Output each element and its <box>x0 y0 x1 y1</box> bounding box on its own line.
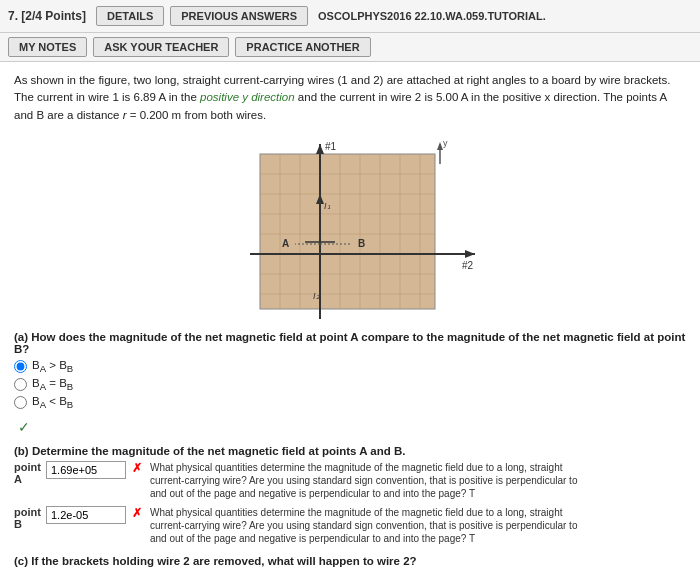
svg-text:y: y <box>443 138 448 148</box>
second-bar: MY NOTES ASK YOUR TEACHER PRACTICE ANOTH… <box>0 33 700 62</box>
svg-marker-19 <box>465 250 475 258</box>
part-a-option-1: BA > BB <box>14 359 686 374</box>
part-b-point-a-row: pointA ✗ What physical quantities determ… <box>14 461 686 500</box>
part-c-label: (c) If the brackets holding wire 2 are r… <box>14 555 686 567</box>
problem-text: As shown in the figure, two long, straig… <box>14 72 686 124</box>
highlight-y-direction: positive y direction <box>200 91 295 103</box>
practice-another-button[interactable]: PRACTICE ANOTHER <box>235 37 370 57</box>
part-b-point-b-x-icon[interactable]: ✗ <box>132 506 142 520</box>
details-button[interactable]: DETAILS <box>96 6 164 26</box>
my-notes-button[interactable]: MY NOTES <box>8 37 87 57</box>
part-b-point-a-x-icon[interactable]: ✗ <box>132 461 142 475</box>
figure-svg: #1 #2 y A B <box>220 134 480 319</box>
part-b: (b) Determine the magnitude of the net m… <box>14 445 686 545</box>
part-b-label: (b) Determine the magnitude of the net m… <box>14 445 686 457</box>
part-b-point-b-label: pointB <box>14 506 42 530</box>
wire1-label: #1 <box>325 141 337 152</box>
course-id: OSCOLPHYS2016 22.10.WA.059.TUTORIAL. <box>318 10 546 22</box>
part-a-label: (a) How does the magnitude of the net ma… <box>14 331 686 355</box>
part-b-point-a-label: pointA <box>14 461 42 485</box>
part-a-radio-3[interactable] <box>14 396 27 409</box>
svg-rect-0 <box>260 154 435 309</box>
content-area: As shown in the figure, two long, straig… <box>0 62 700 569</box>
part-a-option-2: BA = BB <box>14 377 686 392</box>
ask-teacher-button[interactable]: ASK YOUR TEACHER <box>93 37 229 57</box>
part-b-point-b-hint: What physical quantities determine the m… <box>150 506 590 545</box>
page-wrapper: 7. [2/4 Points] DETAILS PREVIOUS ANSWERS… <box>0 0 700 569</box>
svg-text:I₁: I₁ <box>324 201 331 211</box>
figure-container: #1 #2 y A B <box>14 134 686 319</box>
part-a-radio-group: BA > BB BA = BB BA < BB <box>14 359 686 411</box>
part-a-option-3: BA < BB <box>14 395 686 410</box>
wire2-label: #2 <box>462 260 474 271</box>
part-a: (a) How does the magnitude of the net ma… <box>14 331 686 435</box>
part-b-point-a-hint: What physical quantities determine the m… <box>150 461 590 500</box>
svg-marker-17 <box>316 144 324 154</box>
svg-text:B: B <box>358 238 365 249</box>
question-label: 7. [2/4 Points] <box>8 9 86 23</box>
part-b-point-b-input[interactable] <box>46 506 126 524</box>
part-a-label-3[interactable]: BA < BB <box>32 395 73 410</box>
svg-text:A: A <box>282 238 289 249</box>
part-a-radio-2[interactable] <box>14 378 27 391</box>
part-b-point-a-input[interactable] <box>46 461 126 479</box>
part-a-label-2[interactable]: BA = BB <box>32 377 73 392</box>
part-c: (c) If the brackets holding wire 2 are r… <box>14 555 686 569</box>
part-a-radio-1[interactable] <box>14 360 27 373</box>
top-bar: 7. [2/4 Points] DETAILS PREVIOUS ANSWERS… <box>0 0 700 33</box>
previous-answers-button[interactable]: PREVIOUS ANSWERS <box>170 6 308 26</box>
part-b-point-b-row: pointB ✗ What physical quantities determ… <box>14 506 686 545</box>
part-a-check: ✓ <box>18 419 30 435</box>
svg-text:I₂: I₂ <box>313 291 320 301</box>
part-a-label-1[interactable]: BA > BB <box>32 359 73 374</box>
